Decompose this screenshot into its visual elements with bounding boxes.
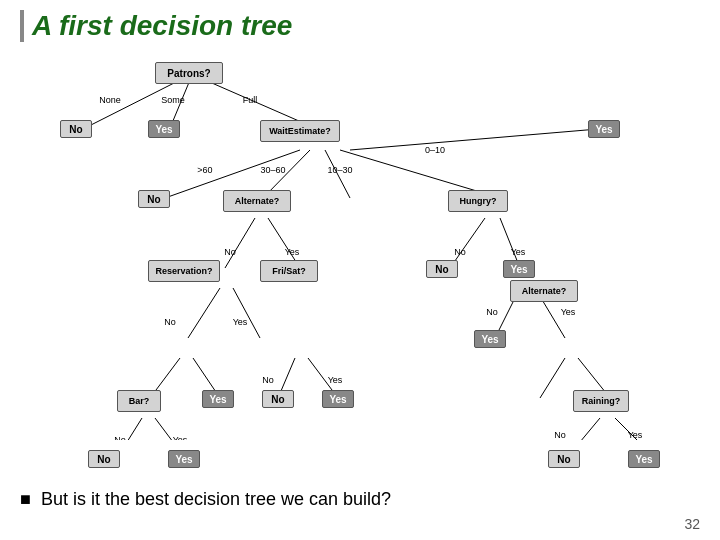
node-yes-frisat: Yes [322, 390, 354, 408]
svg-text:Yes: Yes [328, 375, 343, 385]
bottom-text: But is it the best decision tree we can … [41, 489, 391, 510]
node-alternate2: Alternate? [510, 280, 578, 302]
svg-text:0–10: 0–10 [425, 145, 445, 155]
node-yes-alt2-no: Yes [474, 330, 506, 348]
node-bar: Bar? [117, 390, 161, 412]
node-yes-reservation: Yes [202, 390, 234, 408]
svg-text:Full: Full [243, 95, 258, 105]
svg-text:Yes: Yes [511, 247, 526, 257]
page-title: A first decision tree [20, 10, 700, 42]
page: A first decision tree [0, 0, 720, 540]
node-hungry: Hungry? [448, 190, 508, 212]
svg-line-16 [225, 218, 255, 268]
node-wait-estimate: WaitEstimate? [260, 120, 340, 142]
node-patrons: Patrons? [155, 62, 223, 84]
tree-area: None Some Full >60 30–60 10–30 0–10 No Y… [20, 50, 700, 440]
bottom-section: ■ But is it the best decision tree we ca… [20, 489, 700, 510]
svg-line-19 [233, 288, 260, 338]
node-no-hungry-no: No [426, 260, 458, 278]
svg-text:Yes: Yes [173, 435, 188, 440]
tree-svg: None Some Full >60 30–60 10–30 0–10 No Y… [20, 50, 700, 440]
node-no-bar-no: No [88, 450, 120, 468]
svg-text:No: No [454, 247, 466, 257]
node-yes-bar-yes: Yes [168, 450, 200, 468]
svg-line-18 [188, 288, 220, 338]
node-no-frisat: No [262, 390, 294, 408]
svg-line-14 [575, 418, 600, 440]
node-yes-far-right: Yes [588, 120, 620, 138]
svg-text:No: No [114, 435, 126, 440]
svg-text:None: None [99, 95, 121, 105]
node-yes1: Yes [148, 120, 180, 138]
node-yes-hungry-yes: Yes [503, 260, 535, 278]
node-alternate1: Alternate? [223, 190, 291, 212]
svg-text:10–30: 10–30 [327, 165, 352, 175]
svg-text:Some: Some [161, 95, 185, 105]
svg-text:Yes: Yes [285, 247, 300, 257]
svg-text:30–60: 30–60 [260, 165, 285, 175]
svg-text:Yes: Yes [233, 317, 248, 327]
node-yes-raining-yes: Yes [628, 450, 660, 468]
node-frisat: Fri/Sat? [260, 260, 318, 282]
svg-text:No: No [486, 307, 498, 317]
node-no-gt60: No [138, 190, 170, 208]
svg-text:Yes: Yes [628, 430, 643, 440]
svg-text:No: No [224, 247, 236, 257]
svg-text:No: No [262, 375, 274, 385]
bullet-point: ■ [20, 489, 31, 510]
node-no1: No [60, 120, 92, 138]
svg-line-7 [350, 128, 610, 150]
node-no-raining-no: No [548, 450, 580, 468]
page-number: 32 [684, 516, 700, 532]
node-reservation: Reservation? [148, 260, 220, 282]
node-raining: Raining? [573, 390, 629, 412]
svg-text:No: No [164, 317, 176, 327]
svg-text:No: No [554, 430, 566, 440]
svg-text:>60: >60 [197, 165, 212, 175]
svg-text:Yes: Yes [561, 307, 576, 317]
svg-line-12 [540, 358, 565, 398]
